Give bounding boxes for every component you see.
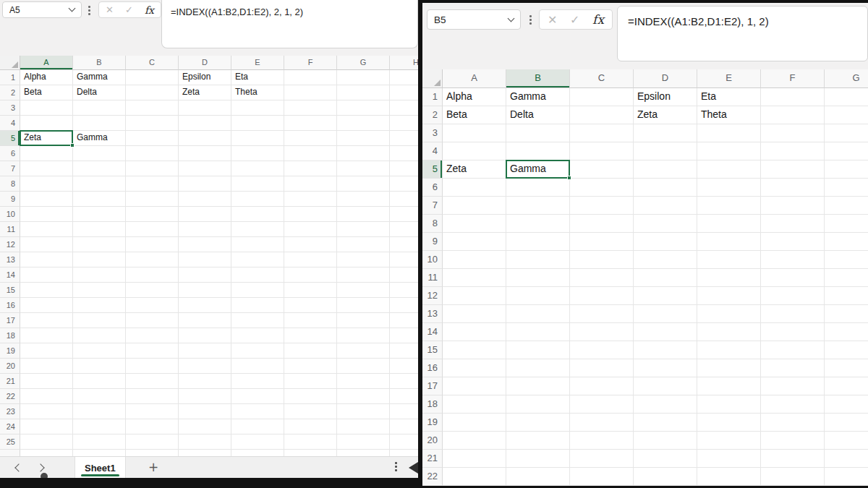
cell-D13[interactable] [634, 305, 697, 323]
cell-D14[interactable] [634, 323, 697, 341]
cell-C2[interactable] [126, 85, 179, 100]
cell-E1[interactable]: Eta [231, 70, 284, 85]
row-header-8[interactable]: 8 [0, 176, 20, 192]
cell-F2[interactable] [761, 106, 825, 124]
confirm-icon[interactable]: ✓ [125, 4, 133, 15]
cell-F6[interactable] [284, 146, 337, 161]
cell-F11[interactable] [284, 222, 337, 237]
select-all-corner[interactable] [0, 56, 20, 70]
cell-H3[interactable] [390, 100, 418, 116]
cell-F22[interactable] [761, 468, 825, 486]
cell-B3[interactable] [73, 100, 126, 116]
cell-D13[interactable] [179, 252, 231, 267]
cell-B9[interactable] [73, 192, 126, 207]
cell-C20[interactable] [126, 359, 179, 374]
cell-G18[interactable] [337, 328, 390, 343]
cell-A8[interactable] [443, 215, 506, 233]
cell-C22[interactable] [126, 389, 179, 404]
cell-E11[interactable] [697, 269, 761, 287]
row-header-7[interactable]: 7 [422, 197, 443, 215]
row-header-8[interactable]: 8 [422, 215, 443, 233]
cell-B12[interactable] [506, 287, 570, 305]
row-header-17[interactable]: 17 [422, 377, 443, 395]
cell-F8[interactable] [284, 176, 337, 192]
cell-D5[interactable] [634, 160, 697, 179]
cell-A5[interactable]: Zeta [443, 160, 506, 179]
cell-G4[interactable] [337, 116, 390, 131]
cell-C1[interactable] [126, 70, 179, 85]
cell-F16[interactable] [284, 298, 337, 313]
cell-E15[interactable] [231, 283, 284, 298]
cell-A20[interactable] [20, 359, 73, 374]
cell-C6[interactable] [570, 179, 634, 197]
cell-A25[interactable] [20, 435, 73, 450]
cell-H21[interactable] [390, 374, 418, 389]
row-header-21[interactable]: 21 [0, 374, 20, 389]
cell-B19[interactable] [506, 414, 570, 432]
cell-B8[interactable] [73, 176, 126, 192]
cell-A24[interactable] [20, 419, 73, 435]
cell-D4[interactable] [179, 116, 231, 131]
cell-F16[interactable] [761, 359, 825, 377]
cell-B22[interactable] [506, 468, 570, 486]
cell-C14[interactable] [126, 267, 179, 283]
cell-A11[interactable] [443, 269, 506, 287]
formula-bar-options-icon[interactable] [529, 15, 532, 25]
cell-E4[interactable] [697, 142, 761, 160]
column-header-C[interactable]: C [126, 56, 179, 70]
cell-B20[interactable] [506, 432, 570, 450]
cell-B12[interactable] [73, 237, 126, 252]
cell-B9[interactable] [506, 233, 570, 251]
cell-A9[interactable] [20, 192, 73, 207]
row-header-24[interactable]: 24 [0, 419, 20, 435]
cell-D18[interactable] [179, 328, 231, 343]
row-header-23[interactable]: 23 [0, 404, 20, 419]
cell-C14[interactable] [570, 323, 634, 341]
row-header-22[interactable]: 22 [0, 389, 20, 404]
row-header-12[interactable]: 12 [0, 237, 20, 252]
column-header-F[interactable]: F [284, 56, 337, 70]
cell-A3[interactable] [20, 100, 73, 116]
cell-B13[interactable] [73, 252, 126, 267]
cell-E24[interactable] [231, 419, 284, 435]
cell-D17[interactable] [634, 377, 697, 395]
cell-C7[interactable] [126, 161, 179, 176]
row-header-16[interactable]: 16 [422, 359, 443, 377]
cell-G13[interactable] [825, 305, 868, 323]
cell-C16[interactable] [126, 298, 179, 313]
cell-C11[interactable] [126, 222, 179, 237]
cell-F21[interactable] [284, 374, 337, 389]
cell-C9[interactable] [570, 233, 634, 251]
cell-C4[interactable] [570, 142, 634, 160]
cell-D2[interactable]: Zeta [179, 85, 231, 100]
cell-C10[interactable] [126, 207, 179, 222]
cell-E17[interactable] [231, 313, 284, 328]
cell-B11[interactable] [73, 222, 126, 237]
cell-G10[interactable] [337, 207, 390, 222]
cell-F10[interactable] [284, 207, 337, 222]
column-header-B[interactable]: B [506, 69, 570, 88]
cell-A6[interactable] [443, 179, 506, 197]
row-header-19[interactable]: 19 [0, 343, 20, 359]
cell-G20[interactable] [337, 359, 390, 374]
cell-C15[interactable] [126, 283, 179, 298]
cell-E8[interactable] [231, 176, 284, 192]
cell-F3[interactable] [284, 100, 337, 116]
cell-A12[interactable] [20, 237, 73, 252]
cell-B23[interactable] [73, 404, 126, 419]
cell-H9[interactable] [390, 192, 418, 207]
cell-B18[interactable] [506, 395, 570, 414]
cell-A7[interactable] [20, 161, 73, 176]
row-header-18[interactable]: 18 [0, 328, 20, 343]
cell-A1[interactable]: Alpha [20, 70, 73, 85]
cell-D12[interactable] [179, 237, 231, 252]
cell-F1[interactable] [284, 70, 337, 85]
cell-D21[interactable] [179, 374, 231, 389]
cell-F14[interactable] [284, 267, 337, 283]
cell-H22[interactable] [390, 389, 418, 404]
cell-G6[interactable] [825, 179, 868, 197]
row-header-6[interactable]: 6 [0, 146, 20, 161]
cell-E14[interactable] [697, 323, 761, 341]
cell-C6[interactable] [126, 146, 179, 161]
cell-B14[interactable] [73, 267, 126, 283]
